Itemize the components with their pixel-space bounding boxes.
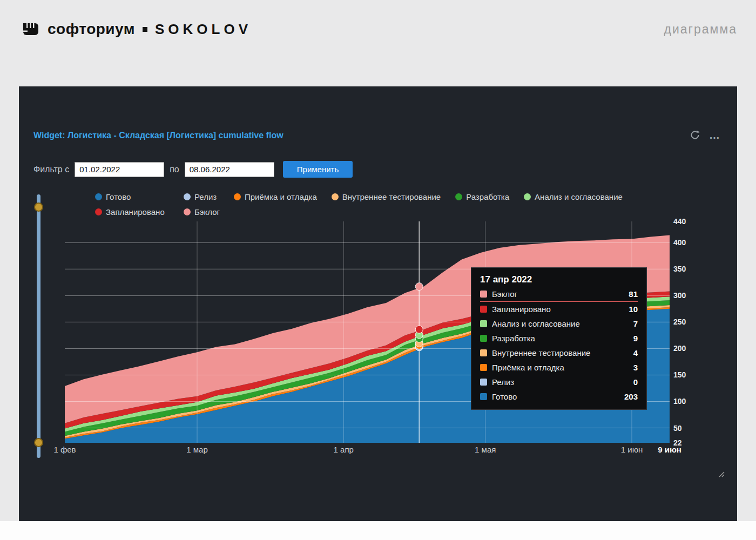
legend-item-vnutrennee[interactable]: Внутреннее тестирование (332, 192, 441, 201)
tooltip-row: Релиз 0 (480, 375, 638, 389)
legend-label: Анализ и согласование (535, 192, 623, 201)
series-color-swatch (480, 335, 487, 342)
more-menu-icon[interactable]: … (709, 132, 721, 138)
y-axis: 4404003503002502001501005022 (673, 221, 711, 443)
x-axis-tick: 1 фев (53, 445, 76, 455)
brand-group: софториум SOKOLOV (22, 21, 252, 38)
legend-label: Релиз (194, 192, 217, 201)
date-from-input[interactable] (75, 162, 164, 177)
legend-dot-icon (234, 193, 241, 200)
tooltip-series-label: Релиз (492, 377, 633, 387)
x-axis: 1 фев1 мар1 апр1 мая1 июн9 июн (65, 445, 670, 457)
x-axis-tick: 1 мар (186, 445, 208, 455)
slider-handle-top[interactable] (34, 202, 43, 212)
refresh-icon[interactable] (690, 130, 700, 140)
tooltip-row: Разработка 9 (480, 331, 638, 346)
legend-item-backlog[interactable]: Бэклог (184, 207, 220, 217)
legend-item-priemka[interactable]: Приёмка и отладка (234, 192, 317, 201)
slider-handle-bottom[interactable] (34, 438, 43, 447)
tooltip-series-value: 10 (629, 305, 638, 314)
tooltip-series-value: 9 (633, 334, 638, 343)
series-color-swatch (480, 291, 487, 298)
bottom-strip (0, 521, 756, 540)
chart-tooltip: 17 апр 2022 Бэклог 81 Запланировано 10 А… (471, 267, 647, 410)
apply-filter-button[interactable]: Применить (283, 161, 353, 178)
x-axis-tick: 1 июн (621, 445, 643, 455)
filter-from-label: Фильтр с (33, 165, 69, 174)
y-axis-tick: 250 (673, 317, 686, 327)
page-label: диаграмма (664, 22, 737, 37)
legend-label: Готово (106, 192, 131, 201)
y-axis-tick: 50 (673, 423, 682, 433)
series-color-swatch (480, 349, 487, 356)
tooltip-series-label: Внутреннее тестирование (492, 348, 633, 357)
site-header: софториум SOKOLOV диаграмма (22, 15, 737, 43)
brand-separator-square (143, 27, 147, 32)
tooltip-series-label: Разработка (492, 334, 633, 343)
legend-dot-icon (95, 193, 102, 200)
widget-panel: Widget: Логистика - Складская [Логистика… (19, 86, 737, 521)
tooltip-row: Бэклог 81 (480, 287, 638, 302)
legend-dot-icon (184, 208, 191, 215)
tooltip-series-label: Анализ и согласование (492, 319, 633, 328)
legend-label: Бэклог (194, 207, 220, 217)
legend-dot-icon (95, 208, 102, 215)
tooltip-series-label: Приёмка и отладка (492, 363, 633, 372)
tooltip-date: 17 апр 2022 (480, 273, 638, 287)
tooltip-series-label: Бэклог (492, 289, 629, 299)
tooltip-row: Запланировано 10 (480, 302, 638, 316)
vertical-range-slider[interactable] (36, 194, 42, 458)
series-color-swatch (480, 379, 487, 386)
fist-logo-icon (22, 21, 40, 37)
resize-handle[interactable] (717, 470, 725, 477)
tooltip-series-value: 3 (633, 363, 638, 372)
partner-name: SOKOLOV (155, 21, 252, 38)
legend-label: Запланировано (106, 207, 165, 217)
legend-label: Разработка (466, 192, 509, 201)
y-axis-tick: 300 (673, 291, 686, 300)
legend-row: Готово Релиз Приёмка и отладка Внутренне… (95, 189, 637, 204)
legend-dot-icon (524, 193, 531, 200)
legend-dot-icon (332, 193, 339, 200)
slider-track[interactable] (37, 194, 40, 458)
filter-bar: Фильтр с по Применить (33, 161, 353, 178)
tooltip-row: Готово 203 (480, 389, 638, 404)
filter-to-label: по (170, 165, 179, 174)
legend-label: Приёмка и отладка (245, 192, 317, 201)
tooltip-series-value: 81 (629, 289, 638, 299)
widget-toolbar: … (690, 130, 721, 140)
tooltip-row: Внутреннее тестирование 4 (480, 346, 638, 360)
y-axis-tick: 350 (673, 264, 686, 274)
series-color-swatch (480, 364, 487, 371)
legend-dot-icon (455, 193, 462, 200)
legend-label: Внутреннее тестирование (342, 192, 441, 201)
series-color-swatch (480, 393, 487, 400)
tooltip-series-value: 7 (633, 319, 638, 328)
tooltip-series-label: Запланировано (492, 305, 629, 314)
date-to-input[interactable] (185, 162, 274, 177)
y-axis-tick: 150 (673, 370, 686, 380)
series-color-swatch (480, 320, 487, 327)
legend-item-zaplanirovano[interactable]: Запланировано (95, 207, 184, 217)
legend-dot-icon (184, 193, 191, 200)
y-axis-tick: 440 (673, 217, 686, 226)
legend-item-razrabotka[interactable]: Разработка (455, 192, 509, 201)
x-axis-tick: 1 апр (334, 445, 354, 455)
brand-name: софториум (48, 21, 135, 38)
series-color-swatch (480, 306, 487, 313)
tooltip-row: Анализ и согласование 7 (480, 316, 638, 331)
widget-title: Widget: Логистика - Складская [Логистика… (33, 131, 284, 140)
y-axis-tick: 200 (673, 343, 686, 353)
x-axis-tick: 1 мая (475, 445, 496, 455)
chart-legend: Готово Релиз Приёмка и отладка Внутренне… (95, 189, 637, 219)
legend-item-reliz[interactable]: Релиз (184, 192, 234, 201)
legend-item-gotovo[interactable]: Готово (95, 192, 184, 201)
legend-item-analiz[interactable]: Анализ и согласование (524, 192, 623, 201)
tooltip-series-label: Готово (492, 392, 624, 401)
tooltip-row: Приёмка и отладка 3 (480, 360, 638, 375)
y-axis-tick: 100 (673, 396, 686, 406)
x-axis-tick: 9 июн (658, 445, 681, 455)
legend-row: Запланировано Бэклог (95, 204, 637, 219)
y-axis-tick: 400 (673, 238, 686, 247)
tooltip-series-value: 0 (633, 377, 638, 387)
